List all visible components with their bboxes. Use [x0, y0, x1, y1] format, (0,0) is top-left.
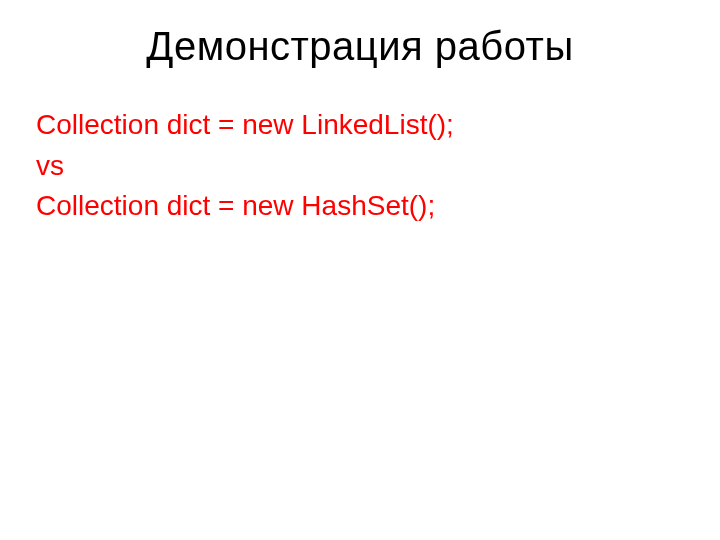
slide: Демонстрация работы Collection dict = ne… — [0, 0, 720, 540]
slide-title: Демонстрация работы — [36, 24, 684, 69]
code-line: Collection dict = new LinkedList(); — [36, 105, 684, 146]
code-line: Collection dict = new HashSet(); — [36, 186, 684, 227]
vs-line: vs — [36, 146, 684, 187]
slide-body: Collection dict = new LinkedList(); vs C… — [36, 105, 684, 227]
